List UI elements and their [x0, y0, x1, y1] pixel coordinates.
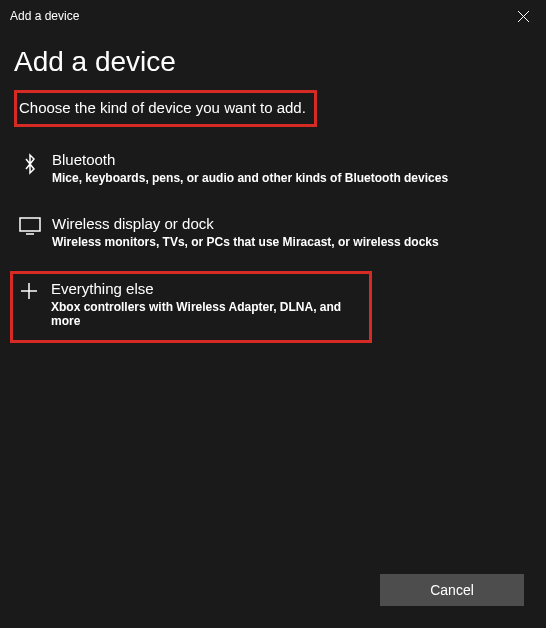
window-title: Add a device — [10, 9, 79, 23]
cancel-button[interactable]: Cancel — [380, 574, 524, 606]
svg-rect-2 — [20, 218, 40, 231]
option-wireless-display[interactable]: Wireless display or dock Wireless monito… — [14, 207, 532, 257]
plus-icon — [15, 280, 43, 300]
option-everything-else[interactable]: Everything else Xbox controllers with Wi… — [10, 271, 372, 343]
dialog-footer: Cancel — [380, 574, 524, 606]
dialog-content: Add a device Choose the kind of device y… — [0, 32, 546, 343]
option-text: Wireless display or dock Wireless monito… — [44, 215, 439, 249]
option-desc: Wireless monitors, TVs, or PCs that use … — [52, 235, 439, 249]
close-button[interactable] — [500, 0, 546, 32]
page-title: Add a device — [14, 46, 532, 78]
bluetooth-icon — [16, 151, 44, 175]
monitor-icon — [16, 215, 44, 235]
subheading: Choose the kind of device you want to ad… — [19, 99, 306, 116]
close-icon — [518, 11, 529, 22]
option-text: Bluetooth Mice, keyboards, pens, or audi… — [44, 151, 448, 185]
option-text: Everything else Xbox controllers with Wi… — [43, 280, 367, 328]
option-title: Bluetooth — [52, 151, 448, 168]
option-bluetooth[interactable]: Bluetooth Mice, keyboards, pens, or audi… — [14, 143, 532, 193]
option-title: Wireless display or dock — [52, 215, 439, 232]
option-desc: Mice, keyboards, pens, or audio and othe… — [52, 171, 448, 185]
subheading-highlight: Choose the kind of device you want to ad… — [14, 90, 317, 127]
titlebar: Add a device — [0, 0, 546, 32]
option-desc: Xbox controllers with Wireless Adapter, … — [51, 300, 367, 328]
option-title: Everything else — [51, 280, 367, 297]
